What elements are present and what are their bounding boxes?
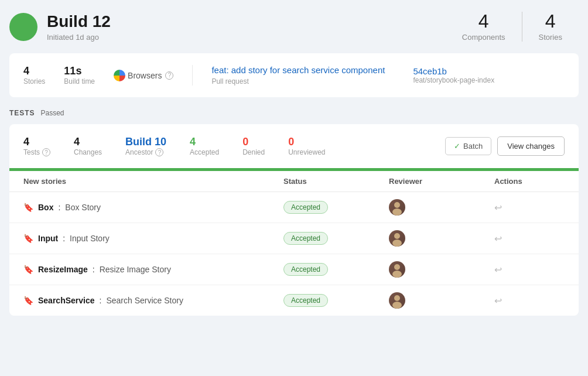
story-name: 🔖 ResizeImage:Resize Image Story: [23, 265, 283, 274]
status-badge: Accepted: [283, 201, 328, 214]
build-info: Build 12 Initiated 1d ago: [9, 12, 111, 42]
view-changes-button[interactable]: View changes: [497, 136, 565, 156]
ancestor-build-link[interactable]: Build 10: [125, 136, 166, 148]
tests-card: 4 Tests ? 4 Changes Build 10 Ancestor ? …: [9, 124, 579, 316]
actions-cell: ↩: [494, 202, 565, 213]
components-stat: 4 Components: [446, 12, 522, 42]
table-row: 🔖 Input:Input Story Accepted ↩: [9, 223, 579, 254]
denied-label: Denied: [242, 148, 265, 156]
svg-point-5: [392, 271, 402, 278]
actions-cell: ↩: [494, 264, 565, 275]
pull-request-label: Pull request: [211, 77, 385, 86]
header-stats: 4 Components 4 Stories: [446, 12, 579, 42]
meta-build-time-label: Build time: [64, 77, 95, 86]
action-return-icon[interactable]: ↩: [494, 203, 502, 213]
unreviewed-count-value: 0: [288, 136, 325, 148]
col-new-stories: New stories: [23, 177, 283, 186]
svg-point-1: [392, 208, 402, 216]
svg-point-2: [394, 233, 400, 239]
denied-count-value: 0: [242, 136, 265, 148]
actions-cell: ↩: [494, 295, 565, 306]
components-count: 4: [462, 12, 505, 30]
build-title: Build 12: [47, 12, 111, 32]
avatar: [389, 292, 405, 309]
build-status-icon: [9, 13, 37, 41]
unreviewed-label: Unreviewed: [288, 148, 325, 156]
meta-left: 4 Stories 11s Build time Browsers ?: [23, 65, 193, 86]
story-status: Accepted: [283, 294, 389, 307]
svg-point-6: [394, 295, 400, 301]
story-separator: :: [100, 296, 102, 305]
story-component: Input: [38, 234, 58, 243]
browsers-label: Browsers: [128, 71, 162, 80]
action-return-icon[interactable]: ↩: [494, 296, 502, 306]
batch-button[interactable]: ✓ Batch: [445, 137, 491, 155]
story-name: 🔖 Input:Input Story: [23, 234, 283, 243]
reviewer-cell: [389, 292, 494, 309]
action-return-icon[interactable]: ↩: [494, 265, 502, 275]
meta-browsers: Browsers ?: [114, 70, 173, 81]
tests-header: TESTS Passed: [9, 109, 579, 117]
components-label: Components: [462, 33, 505, 42]
build-title-group: Build 12 Initiated 1d ago: [47, 12, 111, 42]
reviewer-cell: [389, 199, 494, 216]
meta-build-time-stat: 11s Build time: [64, 65, 95, 86]
pull-request-link[interactable]: feat: add story for search service compo…: [211, 65, 385, 75]
build-initiated-time: Initiated 1d ago: [47, 33, 111, 42]
ancestor-help-icon[interactable]: ?: [155, 148, 163, 156]
commit-branch: feat/storybook-page-index: [413, 76, 494, 84]
avatar: [389, 199, 405, 216]
action-return-icon[interactable]: ↩: [494, 234, 502, 244]
status-badge: Accepted: [283, 294, 328, 307]
meta-build-time-value: 11s: [64, 65, 95, 77]
status-badge: Accepted: [283, 232, 328, 245]
browsers-help-icon[interactable]: ?: [165, 71, 173, 80]
bookmark-icon: 🔖: [23, 234, 33, 243]
story-status: Accepted: [283, 201, 389, 214]
commit-section: 54ceb1b feat/storybook-page-index: [413, 66, 494, 84]
meta-stories-label: Stories: [23, 77, 45, 86]
story-title: Input Story: [70, 234, 110, 243]
chrome-icon: [114, 70, 125, 81]
story-separator: :: [93, 265, 95, 274]
actions-cell: ↩: [494, 233, 565, 244]
bookmark-icon: 🔖: [23, 203, 33, 212]
accepted-label: Accepted: [190, 148, 219, 156]
story-status: Accepted: [283, 232, 389, 245]
denied-stat: 0 Denied: [242, 136, 265, 156]
story-component: SearchService: [38, 296, 95, 305]
col-actions: Actions: [494, 177, 565, 186]
stories-count: 4: [539, 12, 562, 30]
accepted-count-value: 4: [190, 136, 219, 148]
check-icon: ✓: [454, 142, 460, 151]
tests-section-label: TESTS: [9, 109, 35, 117]
story-title: Resize Image Story: [100, 265, 171, 274]
meta-stories-count: 4: [23, 65, 45, 77]
table-rows-container: 🔖 Box:Box Story Accepted ↩ 🔖 Input:Input…: [9, 192, 579, 316]
table-header: New stories Status Reviewer Actions: [9, 171, 579, 192]
story-separator: :: [63, 234, 65, 243]
story-name: 🔖 SearchService:Search Service Story: [23, 296, 283, 305]
tests-actions: ✓ Batch View changes: [445, 136, 565, 156]
avatar: [389, 230, 405, 247]
ancestor-label: Ancestor ?: [125, 148, 166, 156]
col-status: Status: [283, 177, 389, 186]
stories-label: Stories: [539, 33, 562, 42]
svg-point-3: [392, 240, 402, 247]
changes-stat: 4 Changes: [74, 136, 102, 156]
bookmark-icon: 🔖: [23, 296, 33, 305]
page-header: Build 12 Initiated 1d ago 4 Components 4…: [9, 12, 579, 42]
story-name: 🔖 Box:Box Story: [23, 203, 283, 212]
accepted-stat: 4 Accepted: [190, 136, 219, 156]
changes-count-label: Changes: [74, 148, 102, 156]
commit-hash-link[interactable]: 54ceb1b: [413, 66, 447, 76]
table-row: 🔖 SearchService:Search Service Story Acc…: [9, 285, 579, 316]
tests-help-icon[interactable]: ?: [42, 148, 50, 156]
tests-status-badge: Passed: [40, 109, 64, 117]
meta-card: 4 Stories 11s Build time Browsers ? feat…: [9, 53, 579, 97]
svg-point-4: [394, 264, 400, 270]
status-badge: Accepted: [283, 263, 328, 276]
story-title: Box Story: [65, 203, 101, 212]
story-separator: :: [58, 203, 60, 212]
ancestor-stat: Build 10 Ancestor ?: [125, 136, 166, 156]
